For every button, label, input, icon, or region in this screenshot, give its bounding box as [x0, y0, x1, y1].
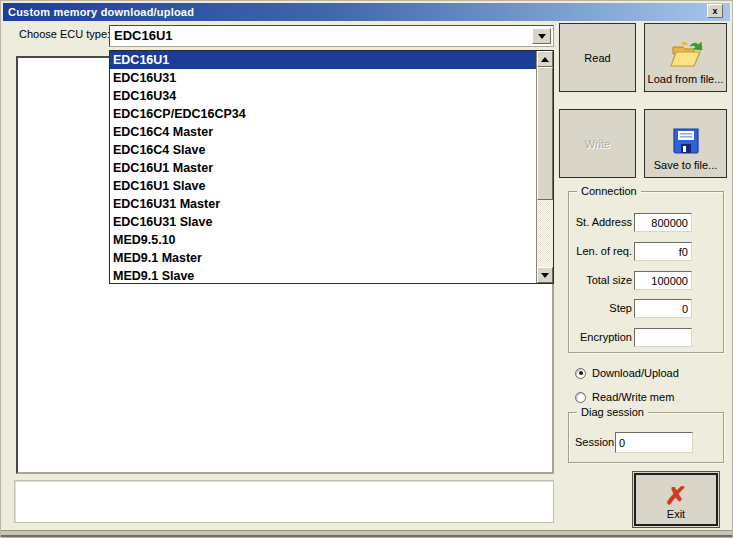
load-button-label: Load from file... — [648, 73, 724, 85]
chevron-down-icon — [538, 34, 546, 39]
floppy-disk-icon — [671, 125, 701, 155]
load-from-file-button[interactable]: Load from file... — [644, 23, 727, 92]
title-bar[interactable]: Custom memory download/upload — [3, 3, 730, 21]
len-of-req-field[interactable] — [634, 242, 692, 261]
ecu-type-dropdown-list: EDC16U1 EDC16U31 EDC16U34 EDC16CP/EDC16C… — [109, 50, 554, 284]
mode-option-download-upload[interactable]: Download/Upload — [575, 367, 679, 379]
len-of-req-row: Len. of req. — [569, 242, 723, 262]
encryption-row: Encryption — [569, 328, 723, 348]
write-button[interactable]: Write — [559, 109, 636, 178]
st-address-row: St. Address — [569, 213, 723, 233]
exit-button[interactable]: ✗ Exit — [634, 473, 718, 526]
st-address-field[interactable] — [634, 213, 692, 232]
radio-button-icon[interactable] — [575, 368, 586, 379]
step-row: Step — [569, 299, 723, 319]
scroll-down-button[interactable] — [537, 267, 553, 283]
arrow-up-icon — [541, 57, 549, 62]
dropdown-option[interactable]: EDC16U31 Slave — [110, 213, 536, 231]
ecu-type-value: EDC16U1 — [114, 28, 173, 43]
dropdown-scrollbar[interactable] — [536, 51, 553, 283]
dropdown-option[interactable]: MED9.1 Slave — [110, 267, 536, 285]
exit-button-label: Exit — [667, 508, 685, 520]
dropdown-option[interactable]: EDC16U1 — [110, 51, 536, 69]
radio-button-icon[interactable] — [575, 392, 586, 403]
connection-group: Connection St. Address Len. of req. Tota… — [568, 191, 724, 353]
arrow-down-icon — [541, 273, 549, 278]
ecu-type-label: Choose ECU type: — [19, 28, 110, 40]
combobox-dropdown-button[interactable] — [532, 28, 551, 44]
window-title: Custom memory download/upload — [8, 6, 194, 18]
encryption-label: Encryption — [573, 331, 632, 343]
total-size-row: Total size — [569, 271, 723, 291]
write-button-label: Write — [585, 138, 610, 150]
mode-option-read-write-mem[interactable]: Read/Write mem — [575, 391, 674, 403]
status-textbox[interactable] — [14, 480, 554, 523]
close-icon: x — [712, 7, 717, 16]
dropdown-option[interactable]: EDC16U31 — [110, 69, 536, 87]
close-button[interactable]: x — [707, 4, 723, 18]
total-size-label: Total size — [573, 274, 632, 286]
st-address-label: St. Address — [573, 216, 632, 228]
scroll-up-button[interactable] — [537, 51, 553, 67]
diag-session-group-title: Diag session — [577, 406, 648, 418]
dropdown-items: EDC16U1 EDC16U31 EDC16U34 EDC16CP/EDC16C… — [110, 51, 536, 283]
red-x-icon: ✗ — [664, 485, 687, 507]
read-button-label: Read — [584, 52, 610, 64]
dropdown-option[interactable]: EDC16U1 Master — [110, 159, 536, 177]
scrollbar-thumb[interactable] — [537, 67, 553, 200]
save-to-file-button[interactable]: Save to file... — [644, 109, 727, 178]
encryption-field[interactable] — [634, 328, 692, 347]
dropdown-option[interactable]: EDC16U1 Slave — [110, 177, 536, 195]
download-upload-label: Download/Upload — [592, 367, 679, 379]
ecu-type-combobox[interactable]: EDC16U1 — [109, 25, 554, 47]
dropdown-option[interactable]: EDC16U31 Master — [110, 195, 536, 213]
dropdown-option[interactable]: MED9.1 Master — [110, 249, 536, 267]
step-label: Step — [573, 302, 632, 314]
dropdown-option[interactable]: EDC16U34 — [110, 87, 536, 105]
dropdown-option[interactable]: MED9.5.10 — [110, 231, 536, 249]
session-field[interactable] — [615, 432, 693, 453]
session-label: Session — [575, 436, 614, 448]
connection-group-title: Connection — [577, 185, 641, 197]
step-field[interactable] — [634, 299, 692, 318]
read-button[interactable]: Read — [559, 23, 636, 92]
save-button-label: Save to file... — [654, 159, 718, 171]
window-bottom-edge — [1, 530, 732, 537]
read-write-mem-label: Read/Write mem — [592, 391, 674, 403]
total-size-field[interactable] — [634, 271, 692, 290]
len-of-req-label: Len. of req. — [573, 245, 632, 257]
dropdown-option[interactable]: EDC16C4 Master — [110, 123, 536, 141]
custom-memory-dialog: Custom memory download/upload x Choose E… — [0, 0, 733, 538]
dropdown-option[interactable]: EDC16C4 Slave — [110, 141, 536, 159]
diag-session-group: Diag session Session — [568, 412, 724, 463]
dropdown-option[interactable]: EDC16CP/EDC16CP34 — [110, 105, 536, 123]
folder-open-icon — [668, 39, 704, 69]
